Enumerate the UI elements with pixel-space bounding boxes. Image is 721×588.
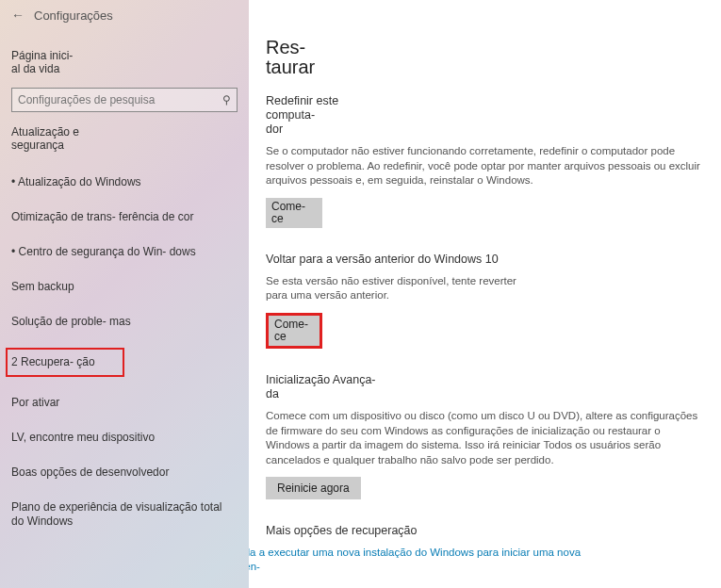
page-title: Res- taurar <box>266 38 322 77</box>
sidebar-item-8[interactable]: Boas opções de desenvolvedor <box>11 464 238 482</box>
more-recovery-section: Mais opções de recuperação Aprenda a exe… <box>266 524 704 588</box>
settings-title: Configurações <box>34 8 113 23</box>
nav-list: Atualização do WindowsOtimização de tran… <box>11 173 238 531</box>
sidebar: ← Configurações Página inici- al da vida… <box>0 0 249 588</box>
sidebar-item-0[interactable]: Atualização do Windows <box>11 173 238 191</box>
more-recovery-title: Mais opções de recuperação <box>266 524 704 538</box>
sidebar-item-4[interactable]: Solução de proble- mas <box>11 313 238 331</box>
header-row: ← Configurações <box>11 8 238 23</box>
sidebar-item-7[interactable]: LV, encontre meu dispositivo <box>11 429 238 447</box>
sidebar-item-5[interactable]: 2 Recupera- ção <box>6 348 124 377</box>
sidebar-item-9[interactable]: Plano de experiência de visualização tot… <box>11 498 238 531</box>
sidebar-item-3[interactable]: Sem backup <box>11 278 238 296</box>
goback-start-button[interactable]: Come- ce <box>266 313 322 349</box>
group-title: Atualização e segurança <box>11 125 238 153</box>
reset-title: Redefinir este computa- dor <box>266 94 369 137</box>
goback-desc: Se esta versão não estiver disponível, t… <box>266 274 520 303</box>
restart-now-button[interactable]: Reinicie agora <box>266 477 361 499</box>
advanced-desc: Comece com um dispositivo ou disco (como… <box>266 409 704 467</box>
goback-section: Voltar para a versão anterior do Windows… <box>266 253 704 349</box>
reset-desc: Se o computador não estiver funcionando … <box>266 144 704 188</box>
search-icon[interactable]: ⚲ <box>222 93 231 106</box>
sidebar-item-6[interactable]: Por ativar <box>11 394 238 412</box>
reset-section: Redefinir este computa- dor Se o computa… <box>266 94 704 228</box>
fresh-install-link[interactable]: Aprenda a executar uma nova instalação d… <box>249 546 592 588</box>
content-area: Res- taurar Redefinir este computa- dor … <box>249 0 721 588</box>
home-title[interactable]: Página inici- al da vida <box>11 49 238 76</box>
advanced-section: Inicialização Avança- da Comece com um d… <box>266 373 704 499</box>
search-input[interactable] <box>18 93 222 106</box>
reset-start-button[interactable]: Come- ce <box>266 198 322 228</box>
back-arrow-icon[interactable]: ← <box>11 8 25 23</box>
goback-title: Voltar para a versão anterior do Windows… <box>266 253 704 267</box>
advanced-title: Inicialização Avança- da <box>266 373 379 401</box>
sidebar-item-2[interactable]: Centro de segurança do Win- dows <box>11 243 238 261</box>
search-box[interactable]: ⚲ <box>11 88 238 112</box>
sidebar-item-1[interactable]: Otimização de trans- ferência de cor <box>11 208 238 226</box>
